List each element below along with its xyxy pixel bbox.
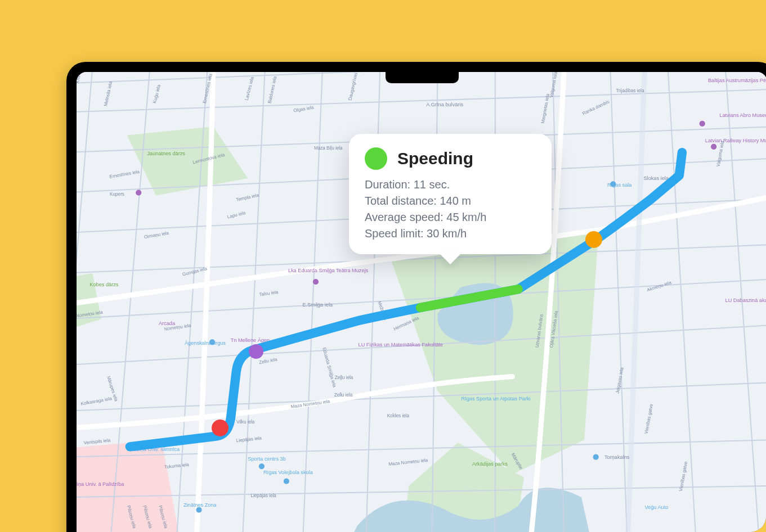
svg-text:Zellu iela: Zellu iela (334, 393, 353, 398)
label-tornakalns: Torņakalns (604, 454, 630, 460)
svg-point-8 (259, 463, 265, 469)
label-zinatnes: Zinātnes Zona (183, 502, 217, 508)
outer-frame: Jaunatnes dārzs Kobes dārzs Rīgas Sporta… (0, 0, 766, 532)
label-agenskalna: Āgenskalna tirgus (185, 340, 226, 346)
svg-point-5 (313, 279, 319, 285)
svg-text:Zeļļu iela: Zeļļu iela (335, 375, 353, 380)
label-sporta-centrs: Sporta centrs 3b (248, 456, 285, 462)
svg-text:Kokles iela: Kokles iela (387, 413, 410, 418)
label-arkadijas: Arkādijas parks (472, 461, 508, 467)
event-tooltip: Speeding Duration: 11 sec. Total distanc… (349, 134, 552, 254)
laptop-bezel: Jaunatnes dārzs Kobes dārzs Rīgas Sporta… (66, 62, 766, 532)
svg-point-13 (700, 121, 705, 127)
label-bulvaris: A.Grīna bulvāris (426, 102, 463, 107)
label-baltijas: Baltijas Austrumāzijas Pētniecības centr… (708, 78, 766, 83)
tooltip-caret (439, 253, 462, 264)
svg-text:Maza Biļu iela: Maza Biļu iela (314, 146, 343, 151)
marker-red[interactable] (212, 420, 229, 436)
tooltip-duration: Duration: 11 sec. (365, 177, 535, 193)
laptop-notch (386, 72, 459, 83)
svg-text:Kupers: Kupers (110, 192, 124, 197)
label-sporta-parki: Rīgas Sporta un Atpūtas Parki (462, 396, 531, 402)
tooltip-card: Speeding Duration: 11 sec. Total distanc… (349, 134, 552, 254)
svg-point-9 (284, 479, 289, 484)
marker-orange[interactable] (585, 231, 602, 248)
tooltip-title: Speeding (397, 149, 473, 168)
tooltip-speed-limit: Speed limit: 30 km/h (365, 226, 535, 242)
tooltip-avg-speed: Average speed: 45 km/h (365, 209, 535, 226)
marker-purple[interactable] (249, 344, 263, 359)
label-slokas: Slokas iela (643, 175, 669, 181)
label-lv-abro: Latvians Abro Museum an Research Cente (719, 112, 766, 118)
tooltip-distance: Total distance: 140 m (365, 193, 535, 209)
label-esmilga: E.Smiļģa iela (302, 302, 333, 308)
label-lu-dabas: LU Dabaszinā akadēmiska centrs (725, 297, 766, 303)
label-vegu: Veģu Auto (645, 504, 669, 510)
svg-point-11 (593, 454, 599, 460)
svg-point-6 (136, 190, 141, 196)
label-voleybola: Rīgas Volejbola skola (263, 470, 313, 475)
svg-point-12 (711, 144, 716, 150)
label-stradina-pal: adiņa Univ. ā Palīdzība (77, 481, 124, 487)
label-smilga: Lka Eduarda Smiļģa Teātra Muzejs (288, 268, 369, 273)
label-jaunatnes: Jaunatnes dārzs (147, 151, 186, 156)
label-rigas-sala: Rīgas sala (607, 182, 632, 188)
label-lv-railway: Latvian Railway History Museum (705, 138, 766, 143)
svg-text:Liepājas iela: Liepājas iela (250, 493, 276, 498)
svg-text:Trijadibas iela: Trijadibas iela (616, 88, 644, 93)
svg-text:Vilku iela: Vilku iela (236, 420, 255, 425)
screen: Jaunatnes dārzs Kobes dārzs Rīgas Sporta… (77, 72, 766, 532)
label-lu-fizikas: LU Fizikas un Matemātikas Fakultāte (359, 342, 444, 348)
label-kobes: Kobes dārzs (89, 282, 118, 287)
svg-point-10 (196, 507, 201, 513)
tooltip-status-dot (365, 147, 387, 170)
